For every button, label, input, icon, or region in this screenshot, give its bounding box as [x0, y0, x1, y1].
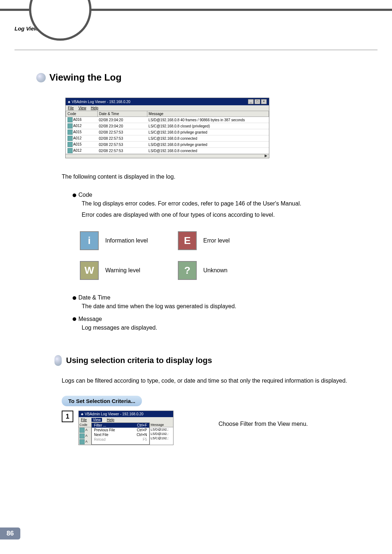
unknown-level-icon: ? — [178, 261, 197, 280]
scrollbar — [66, 154, 269, 158]
table-row: A01202/08 22:57:53LS/C@192.168.0.8 conne… — [66, 135, 269, 142]
error-level-label: Error level — [203, 237, 276, 244]
cell: LS/D@192.: — [150, 432, 173, 436]
info-icon — [68, 148, 73, 153]
menu-bar: File View Help — [66, 105, 269, 111]
menu-help: Help — [107, 418, 114, 422]
icon-legend: i Information level E Error level W Warn… — [80, 231, 377, 280]
section-title: Viewing the Log — [49, 72, 122, 83]
minimize-icon: _ — [248, 99, 254, 104]
info-icon — [68, 117, 73, 122]
log-table: Code Date & Time Message A01602/08 23:04… — [66, 111, 269, 154]
view-menu-screenshot: ♣ VBAdmin Log Viewer - 192.168.0.20 File… — [78, 411, 173, 445]
date-desc: The date and time when the log was gener… — [82, 301, 368, 312]
col-datetime: Date & Time — [97, 111, 147, 117]
menu-file: File — [68, 106, 74, 110]
information-level-icon: i — [80, 231, 99, 250]
message-desc: Log messages are displayed. — [82, 322, 368, 333]
menu-file: File — [81, 418, 87, 422]
table-row: A01502/08 22:57:53LS/D@192.168.0.8 privi… — [66, 142, 269, 148]
item-date: Date & Time — [73, 294, 377, 301]
info-icon — [79, 433, 85, 439]
warning-level-icon: W — [80, 261, 99, 280]
menu-view-open: View — [91, 418, 102, 422]
step-instruction: Choose Filter from the View menu. — [219, 421, 308, 427]
view-dropdown: Filter ...Ctrl+F Previous FileCtrl+P Nex… — [91, 423, 150, 445]
app-icon: ♣ — [81, 412, 83, 416]
menu-item-next-file: Next FileCtrl+N — [92, 432, 149, 437]
header-divider — [15, 50, 377, 50]
bullet-icon — [73, 296, 76, 300]
table-row: A01202/08 23:04:20LS/C@192.168.0.8 close… — [66, 123, 269, 129]
information-level-label: Information level — [105, 237, 178, 244]
col-code-small: Code — [79, 423, 91, 427]
menu-item-filter: Filter ...Ctrl+F — [92, 423, 149, 428]
log-viewer-window-screenshot: ♣ VBAdmin Log Viewer - 192.168.0.20 _ □ … — [65, 98, 269, 158]
info-icon — [68, 123, 73, 129]
col-code: Code — [66, 111, 98, 117]
document-page: Log Viewer Viewing the Log ♣ VBAdmin Log… — [0, 0, 392, 554]
title-bar: ♣ VBAdmin Log Viewer - 192.168.0.20 _ □ … — [66, 98, 269, 105]
info-icon — [68, 142, 73, 147]
app-icon: ♣ — [68, 100, 70, 104]
section-heading-row: Viewing the Log — [36, 72, 377, 83]
error-level-icon: E — [178, 231, 197, 250]
menu-help: Help — [91, 106, 98, 110]
menu-bar: File View Help — [79, 417, 173, 423]
info-icon — [79, 439, 85, 444]
bullet-icon — [73, 317, 76, 321]
subsection-bullet-icon — [54, 355, 62, 366]
subsection-heading-row: Using selection criteria to display logs — [54, 355, 377, 366]
section-bullet-icon — [36, 73, 46, 82]
menu-item-reload: ReloadF5 — [92, 437, 149, 442]
menu-item-previous-file: Previous FileCtrl+P — [92, 428, 149, 432]
table-row: A01502/08 22:57:53LS/C@192.168.0.8 privi… — [66, 129, 269, 135]
code-desc: The log displays error codes. For error … — [82, 198, 368, 220]
procedure-label: To Set Selection Criteria... — [62, 396, 142, 406]
cell: LS/C@192.: — [150, 436, 173, 440]
step-number: 1 — [62, 411, 73, 422]
table-row: A01202/08 22:57:53LS/D@192.168.0.8 conne… — [66, 148, 269, 154]
cell: LS/D@192.: — [150, 427, 173, 432]
subsection-intro: Logs can be filtered according to type, … — [62, 377, 377, 385]
intro-text: The following content is displayed in th… — [62, 173, 377, 181]
unknown-level-label: Unknown — [203, 267, 276, 274]
window-controls: _ □ × — [248, 99, 267, 104]
col-message: Message — [147, 111, 269, 117]
bullet-icon — [73, 194, 76, 197]
title-bar: ♣ VBAdmin Log Viewer - 192.168.0.20 — [79, 411, 173, 417]
item-message: Message — [73, 316, 377, 322]
window-title: VBAdmin Log Viewer - 192.168.0.20 — [85, 412, 144, 416]
table-header-row: Code Date & Time Message — [66, 111, 269, 117]
info-icon — [68, 130, 73, 135]
close-icon: × — [261, 99, 267, 104]
maximize-icon: □ — [254, 99, 260, 104]
window-title: VBAdmin Log Viewer - 192.168.0.20 — [72, 100, 131, 104]
page-corner-arc — [29, 0, 91, 41]
step-1: 1 ♣ VBAdmin Log Viewer - 192.168.0.20 Fi… — [62, 411, 377, 445]
menu-view: View — [78, 106, 86, 110]
warning-level-label: Warning level — [105, 267, 178, 274]
info-icon — [68, 136, 73, 141]
table-row: A01602/08 23:04:20LS/D@192.168.0.8 40 fr… — [66, 117, 269, 123]
item-code: Code — [73, 192, 377, 198]
info-icon — [79, 428, 85, 433]
page-number: 86 — [0, 527, 20, 539]
subsection-title: Using selection criteria to display logs — [66, 356, 212, 365]
col-message-small: Message — [150, 423, 173, 427]
